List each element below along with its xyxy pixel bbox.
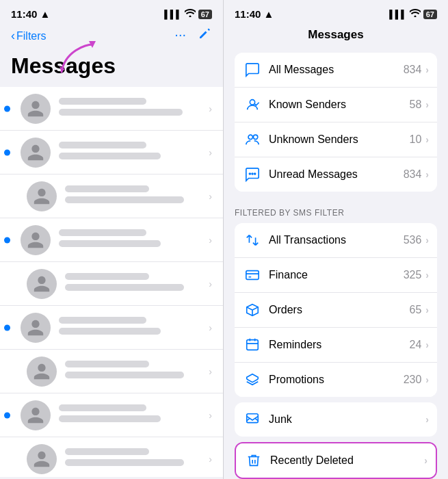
recently-deleted-icon (244, 451, 263, 470)
sms-filter-header: FILTERED BY SMS FILTER (224, 197, 448, 223)
finance-icon (243, 266, 262, 285)
all-messages-label: All Messages (269, 64, 404, 76)
list-item[interactable]: › (0, 437, 223, 477)
battery-icon-right: 67 (423, 10, 437, 19)
reminders-row[interactable]: Reminders 24 › (235, 328, 437, 363)
svg-rect-8 (247, 414, 259, 423)
blurred-name (59, 404, 146, 411)
list-item[interactable]: › (0, 393, 223, 437)
list-item[interactable]: › (0, 350, 223, 393)
row-chevron: › (209, 103, 212, 114)
time-text-left: 11:40 (11, 8, 37, 20)
svg-point-5 (254, 173, 256, 174)
unread-messages-count: 834 (404, 168, 422, 181)
page-title-left: Messages (0, 51, 223, 87)
unknown-senders-icon (243, 130, 262, 149)
signal-icon-right: ▌▌▌ (389, 10, 407, 19)
unknown-senders-chevron: › (425, 134, 429, 145)
avatar (21, 138, 51, 168)
blurred-preview (59, 328, 161, 335)
recently-deleted-label: Recently Deleted (270, 454, 424, 467)
row-chevron: › (209, 410, 212, 421)
junk-icon (243, 410, 262, 429)
promotions-label: Promotions (269, 374, 404, 386)
recently-deleted-chevron: › (424, 455, 427, 466)
blurred-preview (59, 415, 161, 422)
blurred-name (65, 273, 149, 280)
list-item[interactable]: › (0, 218, 223, 262)
all-messages-chevron: › (425, 64, 429, 75)
row-chevron: › (209, 366, 212, 377)
orders-icon (243, 300, 262, 320)
recently-deleted-row[interactable]: Recently Deleted › (236, 443, 436, 478)
list-item[interactable]: › (0, 306, 223, 350)
blurred-name (65, 448, 149, 455)
junk-row[interactable]: Junk › (235, 402, 437, 437)
svg-rect-6 (246, 271, 259, 280)
signal-icon: ▌▌▌ (164, 10, 182, 19)
blurred-preview (65, 284, 184, 291)
message-content (65, 185, 205, 207)
finance-chevron: › (425, 270, 429, 281)
known-senders-icon (243, 95, 262, 114)
time-text-right: 11:40 (235, 8, 261, 20)
battery-icon: 67 (198, 10, 212, 19)
orders-row[interactable]: Orders 65 › (235, 293, 437, 328)
blurred-name (65, 361, 149, 367)
messages-list[interactable]: › › › (0, 87, 223, 477)
all-transactions-label: All Transactions (269, 234, 404, 246)
junk-label: Junk (269, 413, 425, 426)
main-messages-group: All Messages 834 › Known Senders 58 › (235, 53, 437, 192)
known-senders-count: 58 (410, 99, 422, 111)
unread-messages-icon (243, 165, 262, 184)
avatar (27, 181, 57, 211)
avatar (27, 444, 57, 474)
list-item[interactable]: › (0, 262, 223, 306)
known-senders-chevron: › (425, 99, 429, 110)
svg-point-2 (253, 135, 257, 139)
promotions-icon (243, 370, 262, 389)
more-options-button[interactable]: ··· (174, 27, 186, 45)
status-bar-left: 11:40 ▲ ▌▌▌ 67 (0, 0, 223, 24)
svg-rect-7 (247, 340, 259, 350)
blurred-preview (59, 240, 161, 247)
reminders-count: 24 (410, 339, 422, 351)
orders-label: Orders (269, 304, 410, 316)
known-senders-row[interactable]: Known Senders 58 › (235, 88, 437, 122)
promotions-row[interactable]: Promotions 230 › (235, 363, 437, 397)
right-panel: 11:40 ▲ ▌▌▌ 67 Messages All Messages 834 (224, 0, 448, 479)
blurred-name (59, 229, 146, 236)
nav-icons-right: ··· (174, 27, 212, 45)
blurred-preview (65, 459, 184, 466)
junk-group: Junk › (235, 402, 437, 437)
compose-button[interactable] (197, 27, 212, 45)
list-item[interactable]: › (0, 131, 223, 174)
back-chevron-icon: ‹ (11, 29, 15, 43)
unread-dot (4, 237, 10, 243)
svg-point-1 (248, 135, 252, 139)
nav-bar-left: ‹ Filters ··· (0, 24, 223, 51)
reminders-chevron: › (425, 339, 429, 350)
row-chevron: › (209, 147, 212, 158)
status-icons-right: ▌▌▌ 67 (389, 9, 437, 19)
row-chevron: › (209, 454, 212, 465)
blurred-name (59, 317, 146, 324)
list-item[interactable]: › (0, 87, 223, 131)
filters-back-button[interactable]: ‹ Filters (11, 29, 47, 43)
unread-messages-row[interactable]: Unread Messages 834 › (235, 157, 437, 192)
unknown-senders-row[interactable]: Unknown Senders 10 › (235, 122, 437, 157)
unread-dot (4, 412, 10, 418)
message-content (59, 317, 205, 339)
avatar (21, 225, 51, 255)
recently-deleted-group[interactable]: Recently Deleted › (235, 442, 437, 479)
orders-chevron: › (425, 305, 429, 315)
reminders-icon (243, 335, 262, 354)
all-transactions-row[interactable]: All Transactions 536 › (235, 223, 437, 258)
list-item[interactable]: › (0, 174, 223, 218)
message-content (65, 448, 205, 470)
message-content (65, 273, 205, 295)
all-messages-row[interactable]: All Messages 834 › (235, 53, 437, 88)
finance-row[interactable]: Finance 325 › (235, 258, 437, 293)
status-bar-right: 11:40 ▲ ▌▌▌ 67 (224, 0, 448, 24)
all-transactions-count: 536 (404, 234, 422, 246)
